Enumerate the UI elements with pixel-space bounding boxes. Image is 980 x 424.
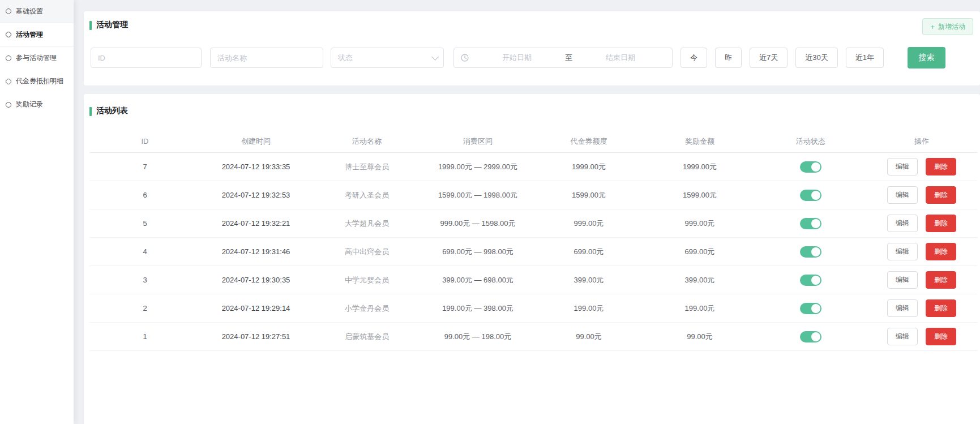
quick-date-button[interactable]: 近30天: [795, 48, 837, 68]
sidebar-item-奖励记录[interactable]: 奖励记录: [0, 93, 74, 116]
cell-id: 7: [89, 162, 200, 171]
cell-activity-name: 小学金丹会员: [311, 303, 422, 314]
cell-created-time: 2024-07-12 19:31:46: [200, 247, 311, 256]
end-date-placeholder[interactable]: 结束日期: [576, 53, 665, 63]
cell-consume-range: 399.00元 — 698.00元: [422, 275, 533, 285]
status-toggle[interactable]: [800, 246, 821, 258]
status-toggle[interactable]: [800, 331, 821, 342]
cell-reward-amount: 999.00元: [644, 219, 755, 229]
table-row: 3 2024-07-12 19:30:35 中学元婴会员 399.00元 — 6…: [89, 266, 977, 294]
cell-created-time: 2024-07-12 19:29:14: [200, 304, 311, 312]
sidebar-item-label: 奖励记录: [16, 100, 43, 109]
circle-icon: [6, 32, 11, 37]
cell-created-time: 2024-07-12 19:33:35: [200, 162, 311, 171]
delete-button[interactable]: 删除: [926, 328, 956, 345]
date-range-separator: 至: [562, 53, 576, 63]
sidebar-item-label: 参与活动管理: [16, 53, 57, 63]
cell-reward-amount: 699.00元: [644, 247, 755, 257]
status-toggle[interactable]: [800, 275, 821, 286]
cell-activity-name: 中学元婴会员: [311, 275, 422, 285]
status-toggle[interactable]: [800, 161, 821, 173]
cell-created-time: 2024-07-12 19:30:35: [200, 276, 311, 284]
sidebar: 基础设置 活动管理 参与活动管理 代金券抵扣明细 奖励记录: [0, 0, 74, 424]
delete-button[interactable]: 删除: [926, 299, 956, 317]
quick-date-button[interactable]: 近7天: [750, 48, 788, 68]
activity-filter-panel: 活动管理 + 新增活动 状态 开始日期 至 结束日期 今 昨 近7天 近30天 …: [84, 11, 980, 85]
table-header-row: ID创建时间活动名称消费区间代金券额度奖励金额活动状态操作: [89, 130, 977, 153]
cell-consume-range: 99.00元 — 198.00元: [422, 332, 533, 342]
edit-button[interactable]: 编辑: [887, 271, 918, 289]
table-row: 2 2024-07-12 19:29:14 小学金丹会员 199.00元 — 3…: [89, 294, 977, 323]
quick-date-button[interactable]: 近1年: [846, 48, 884, 68]
circle-icon: [6, 55, 11, 61]
add-activity-button[interactable]: + 新增活动: [922, 18, 973, 35]
delete-button[interactable]: 删除: [926, 158, 956, 175]
cell-id: 3: [89, 276, 200, 284]
quick-date-button[interactable]: 昨: [715, 48, 742, 68]
activity-table: ID创建时间活动名称消费区间代金券额度奖励金额活动状态操作 7 2024-07-…: [89, 130, 977, 351]
cell-consume-range: 999.00元 — 1598.00元: [422, 219, 533, 229]
cell-voucher-amount: 99.00元: [533, 332, 644, 342]
id-filter-input[interactable]: [91, 48, 202, 68]
table-row: 1 2024-07-12 19:27:51 启蒙筑基会员 99.00元 — 19…: [89, 323, 977, 351]
start-date-placeholder[interactable]: 开始日期: [472, 53, 562, 63]
column-header: 活动状态: [755, 136, 866, 147]
toggle-knob: [811, 332, 820, 341]
delete-button[interactable]: 删除: [926, 243, 956, 260]
circle-icon: [6, 102, 11, 108]
cell-consume-range: 1999.00元 — 2999.00元: [422, 162, 533, 172]
cell-reward-amount: 1999.00元: [644, 162, 755, 172]
status-toggle[interactable]: [800, 190, 821, 201]
title-accent-bar: [89, 21, 92, 30]
cell-consume-range: 1599.00元 — 1998.00元: [422, 190, 533, 200]
sidebar-item-活动管理[interactable]: 活动管理: [0, 23, 74, 46]
edit-button[interactable]: 编辑: [887, 158, 918, 175]
delete-button[interactable]: 删除: [926, 186, 956, 204]
delete-button[interactable]: 删除: [926, 271, 956, 289]
toggle-knob: [811, 247, 820, 256]
column-header: 创建时间: [200, 136, 311, 147]
cell-consume-range: 699.00元 — 998.00元: [422, 247, 533, 257]
toggle-knob: [811, 191, 820, 200]
cell-id: 1: [89, 332, 200, 341]
cell-voucher-amount: 1999.00元: [533, 162, 644, 172]
status-select-placeholder: 状态: [338, 53, 431, 63]
table-body: 7 2024-07-12 19:33:35 博士至尊会员 1999.00元 — …: [89, 153, 977, 351]
edit-button[interactable]: 编辑: [887, 299, 918, 317]
cell-activity-name: 高中出窍会员: [311, 247, 422, 257]
cell-id: 4: [89, 247, 200, 256]
edit-button[interactable]: 编辑: [887, 243, 918, 260]
edit-button[interactable]: 编辑: [887, 328, 918, 345]
toggle-knob: [811, 219, 820, 228]
sidebar-item-label: 活动管理: [16, 30, 43, 40]
cell-reward-amount: 399.00元: [644, 275, 755, 285]
edit-button[interactable]: 编辑: [887, 215, 918, 232]
sidebar-item-基础设置[interactable]: 基础设置: [0, 0, 74, 23]
status-select[interactable]: 状态: [331, 48, 444, 68]
cell-activity-name: 博士至尊会员: [311, 162, 422, 172]
date-range-picker[interactable]: 开始日期 至 结束日期: [453, 48, 673, 68]
cell-id: 2: [89, 304, 200, 312]
sidebar-item-label: 代金券抵扣明细: [16, 76, 63, 86]
table-row: 5 2024-07-12 19:32:21 大学超凡会员 999.00元 — 1…: [89, 209, 977, 238]
column-header: ID: [89, 137, 200, 145]
cell-created-time: 2024-07-12 19:32:21: [200, 219, 311, 228]
panel-title: 活动列表: [96, 106, 128, 116]
column-header: 奖励金额: [644, 136, 755, 147]
circle-icon: [6, 79, 11, 84]
plus-icon: +: [930, 23, 935, 31]
status-toggle[interactable]: [800, 218, 821, 229]
cell-voucher-amount: 699.00元: [533, 247, 644, 257]
status-toggle[interactable]: [800, 303, 821, 314]
toggle-knob: [811, 162, 820, 172]
activity-list-panel: 活动列表 ID创建时间活动名称消费区间代金券额度奖励金额活动状态操作 7 202…: [84, 94, 980, 424]
cell-created-time: 2024-07-12 19:32:53: [200, 191, 311, 199]
search-button[interactable]: 搜索: [908, 47, 945, 68]
delete-button[interactable]: 删除: [926, 215, 956, 232]
clock-icon: [461, 54, 469, 62]
edit-button[interactable]: 编辑: [887, 186, 918, 204]
activity-name-filter-input[interactable]: [210, 48, 323, 68]
quick-date-button[interactable]: 今: [681, 48, 707, 68]
sidebar-item-代金券抵扣明细[interactable]: 代金券抵扣明细: [0, 70, 74, 93]
sidebar-item-参与活动管理[interactable]: 参与活动管理: [0, 46, 74, 70]
